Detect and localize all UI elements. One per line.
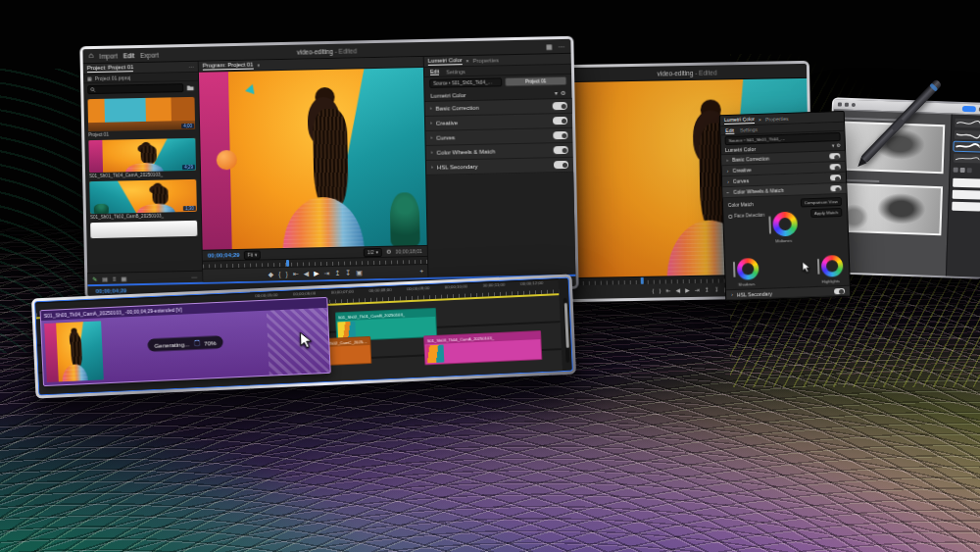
section-creative[interactable]: Creative [436, 118, 549, 125]
tab-program[interactable]: Program: Project 01 [203, 62, 254, 71]
preset-dropdown[interactable]: Lumetri Color [430, 90, 552, 99]
layer-chip[interactable] [952, 202, 980, 212]
midtones-color-wheel[interactable] [772, 212, 798, 237]
search-input[interactable] [87, 83, 183, 94]
section-toggle[interactable] [830, 164, 841, 170]
go-to-out-icon[interactable]: ⇥ [695, 287, 700, 293]
list-view-icon[interactable]: ≡ [113, 276, 117, 281]
swatch-icon[interactable] [960, 168, 965, 173]
project-item[interactable]: 4;00 Project 01 [87, 97, 195, 137]
chevron-right-icon[interactable]: › [727, 168, 729, 173]
brush-stroke-thumb-selected[interactable] [954, 142, 980, 152]
review-primary-button[interactable] [962, 106, 976, 112]
chevron-right-icon[interactable]: › [430, 106, 432, 111]
chevron-right-icon[interactable]: › [431, 150, 433, 155]
close-icon[interactable]: × [257, 63, 260, 68]
apply-match-button[interactable]: Apply Match [810, 208, 842, 218]
shadows-color-wheel[interactable] [737, 258, 760, 280]
chevron-right-icon[interactable]: › [430, 121, 432, 125]
grid-view-icon[interactable]: ▦ [87, 76, 92, 81]
gear-icon[interactable]: ⚙ [561, 89, 566, 95]
menu-import[interactable]: Import [99, 52, 118, 59]
chevron-down-icon[interactable]: ▾ [832, 143, 835, 148]
home-icon[interactable]: ⌂ [88, 52, 93, 60]
pen-tool-icon[interactable]: ✎ [92, 276, 97, 281]
new-item-icon[interactable]: ▤ [102, 276, 108, 281]
swatch-icon[interactable] [967, 168, 972, 173]
mode-settings[interactable]: Settings [740, 126, 758, 133]
project-item-thumbnail[interactable] [90, 221, 197, 238]
section-basic-correction[interactable]: Basic Correction [732, 154, 825, 163]
section-hsl-secondary[interactable]: HSL Secondary [737, 288, 830, 297]
section-color-wheels[interactable]: Color Wheels & Match [733, 186, 826, 195]
tab-lumetri-color[interactable]: Lumetri Color [428, 57, 463, 66]
extract-icon[interactable]: ↧ [345, 270, 351, 276]
timeline-clip-generating[interactable]: S01_Sh03_Tk04_CamA_20250103_ -00;00;04;2… [40, 297, 331, 386]
grid-view-icon[interactable]: ▦ [121, 276, 126, 281]
layer-chip[interactable] [953, 178, 980, 188]
secondary-playhead[interactable] [640, 277, 643, 284]
section-toggle[interactable] [553, 131, 567, 139]
section-toggle[interactable] [834, 287, 845, 293]
lift-icon[interactable]: ↥ [705, 287, 710, 293]
project-item[interactable]: 1;30 S01_Sh01_Tk02_CamB_20250103_ [89, 179, 197, 220]
project-target-chip[interactable]: Project 01 [505, 76, 566, 86]
close-icon[interactable]: × [759, 117, 761, 122]
storyboard-card[interactable] [835, 178, 943, 235]
chevron-right-icon[interactable]: › [727, 178, 729, 183]
step-back-icon[interactable]: ◀ [304, 270, 310, 276]
highlights-luma-slider[interactable] [817, 259, 820, 275]
go-to-out-icon[interactable]: ⇥ [323, 270, 329, 276]
face-detection-checkbox[interactable] [728, 214, 732, 218]
section-hsl-secondary[interactable]: HSL Secondary [437, 162, 550, 170]
mode-edit[interactable]: Edit [430, 69, 439, 75]
lift-icon[interactable]: ↥ [334, 270, 340, 276]
section-toggle[interactable] [830, 175, 841, 180]
section-curves[interactable]: Curves [733, 176, 826, 184]
more-icon[interactable]: ⋯ [191, 274, 197, 279]
shadows-luma-slider[interactable] [733, 262, 736, 277]
brush-stroke-thumb[interactable] [954, 154, 980, 164]
timeline-clip-magenta[interactable]: S01_Sh03_Tk04_CamA_20250103_ [423, 330, 542, 365]
chevron-right-icon[interactable]: › [430, 135, 432, 140]
mode-edit[interactable]: Edit [725, 126, 734, 133]
go-to-in-icon[interactable]: ⇤ [665, 287, 670, 293]
close-icon[interactable]: × [466, 58, 468, 63]
review-tool-icon[interactable] [838, 102, 842, 106]
timeline-scrollbar-track[interactable] [564, 298, 570, 363]
zoom-level-dropdown[interactable]: Fit ▾ [243, 250, 261, 259]
source-clip-chip[interactable]: Source • S01_Sh01_Tk04_… [429, 77, 502, 88]
review-tool-icon[interactable] [852, 103, 856, 107]
section-toggle[interactable] [554, 161, 568, 169]
highlights-color-wheel[interactable] [821, 255, 844, 277]
play-icon[interactable]: ▶ [314, 270, 319, 276]
chevron-down-icon[interactable]: ▾ [555, 90, 558, 96]
menu-export[interactable]: Export [140, 51, 159, 58]
tab-properties[interactable]: Properties [472, 57, 499, 64]
add-marker-icon[interactable]: ◆ [269, 271, 274, 277]
section-toggle[interactable] [553, 102, 567, 110]
tab-lumetri-color[interactable]: Lumetri Color [724, 116, 755, 125]
project-item[interactable]: 4;29 S01_Sh01_Tk04_CamA_20250103_ [88, 138, 196, 178]
swatch-icon[interactable] [954, 168, 958, 173]
mark-out-icon[interactable]: } [659, 288, 661, 294]
comparison-view-button[interactable]: Comparison View [800, 197, 842, 207]
gear-icon[interactable]: ⚙ [836, 143, 841, 148]
extract-icon[interactable]: ↧ [714, 286, 719, 292]
playback-resolution-dropdown[interactable]: 1/2 ▾ [364, 247, 382, 256]
brush-stroke-thumb[interactable] [955, 130, 980, 140]
more-icon[interactable]: ⋯ [558, 42, 564, 49]
chevron-right-icon[interactable]: › [726, 157, 728, 162]
section-color-wheels[interactable]: Color Wheels & Match [436, 147, 549, 155]
mark-out-icon[interactable]: } [285, 271, 287, 277]
mark-in-icon[interactable]: { [278, 271, 280, 277]
review-tool-icon[interactable] [845, 103, 849, 107]
tab-properties[interactable]: Properties [765, 116, 789, 123]
chevron-right-icon[interactable]: › [431, 165, 433, 170]
section-creative[interactable]: Creative [732, 165, 825, 174]
tab-project[interactable]: Project: Project 01 [87, 64, 134, 73]
play-icon[interactable]: ▶ [685, 287, 690, 293]
section-toggle[interactable] [554, 146, 568, 154]
brush-stroke-thumb[interactable] [955, 119, 980, 128]
section-toggle[interactable] [830, 185, 841, 191]
